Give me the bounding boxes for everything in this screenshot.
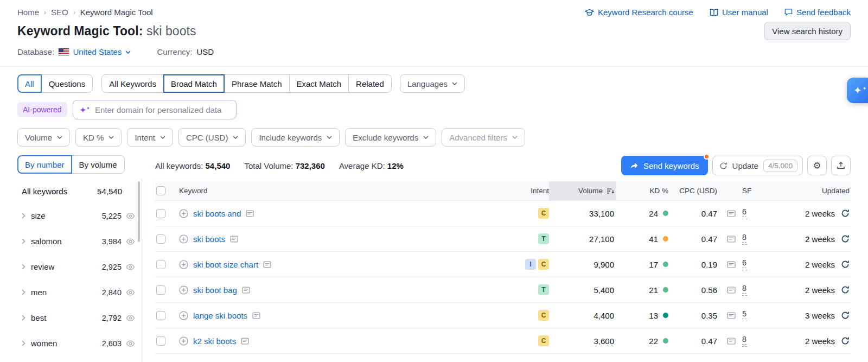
serp-preview-icon[interactable]	[241, 338, 249, 345]
row-checkbox[interactable]	[156, 285, 165, 295]
group-term[interactable]: size	[31, 211, 102, 220]
sf-column-header[interactable]: SF	[742, 187, 751, 195]
serp-preview-icon[interactable]	[230, 236, 238, 243]
refresh-icon[interactable]	[841, 260, 850, 269]
refresh-icon[interactable]	[841, 209, 850, 218]
plus-circle-icon[interactable]	[179, 336, 188, 346]
user-manual-link[interactable]: User manual	[710, 8, 768, 17]
sidebar-group-row[interactable]: review 2,925	[17, 254, 135, 280]
refresh-icon[interactable]	[841, 311, 850, 320]
sidebar-group-row[interactable]: best 2,792	[17, 305, 135, 331]
eye-icon[interactable]	[126, 289, 135, 296]
keyword-column-header[interactable]: Keyword	[179, 187, 208, 195]
view-search-history-button[interactable]: View search history	[764, 22, 851, 40]
tab-related[interactable]: Related	[348, 74, 392, 93]
sidebar-group-row[interactable]: women 2,603	[17, 331, 135, 356]
breadcrumb-seo[interactable]: SEO	[51, 8, 68, 17]
advanced-filters[interactable]: Advanced filters	[442, 128, 525, 147]
sidebar-all-keywords-row[interactable]: All keywords 54,540	[17, 179, 135, 203]
serp-preview-icon[interactable]	[252, 312, 260, 319]
cpc-filter[interactable]: CPC (USD)	[178, 128, 246, 147]
updated-column-header[interactable]: Updated	[822, 187, 850, 195]
send-feedback-link[interactable]: Send feedback	[784, 8, 851, 17]
serp-features-icon[interactable]	[727, 261, 736, 268]
volume-column-header[interactable]: Volume	[578, 187, 603, 195]
sidebar-group-row[interactable]: salomon 3,984	[17, 228, 135, 254]
group-term[interactable]: review	[31, 262, 102, 271]
keyword-research-course-link[interactable]: Keyword Research course	[585, 8, 693, 17]
export-button[interactable]	[831, 156, 851, 175]
keyword-link[interactable]: lange ski boots	[193, 311, 247, 320]
settings-button[interactable]: ⚙	[807, 156, 827, 175]
serp-features-icon[interactable]	[727, 287, 736, 294]
group-term[interactable]: best	[31, 313, 102, 322]
sf-count[interactable]: 6	[742, 258, 746, 268]
select-all-checkbox[interactable]	[156, 186, 165, 195]
eye-icon[interactable]	[126, 315, 135, 321]
intent-column-header[interactable]: Intent	[531, 187, 549, 195]
tab-all-keywords[interactable]: All Keywords	[101, 74, 164, 93]
tab-broad-match[interactable]: Broad Match	[163, 74, 225, 93]
serp-features-icon[interactable]	[727, 312, 736, 319]
serp-preview-icon[interactable]	[263, 261, 271, 268]
refresh-icon[interactable]	[841, 336, 850, 345]
tab-all[interactable]: All	[17, 74, 42, 93]
by-volume-toggle[interactable]: By volume	[72, 155, 125, 174]
eye-icon[interactable]	[126, 238, 135, 245]
by-number-toggle[interactable]: By number	[17, 155, 72, 174]
plus-circle-icon[interactable]	[179, 311, 188, 320]
breadcrumb-keyword-magic-tool[interactable]: Keyword Magic Tool	[80, 8, 153, 17]
include-keywords-filter[interactable]: Include keywords	[251, 128, 340, 147]
exclude-keywords-filter[interactable]: Exclude keywords	[345, 128, 436, 147]
group-term[interactable]: salomon	[31, 237, 102, 246]
plus-circle-icon[interactable]	[179, 209, 188, 218]
group-term[interactable]: men	[31, 288, 102, 297]
keyword-link[interactable]: ski boots	[193, 234, 225, 244]
database-selector[interactable]: United States	[59, 47, 131, 56]
keyword-link[interactable]: k2 ski boots	[193, 336, 236, 346]
row-checkbox[interactable]	[156, 336, 165, 346]
sf-count[interactable]: 8	[742, 284, 746, 294]
sf-count[interactable]: 8	[742, 335, 746, 345]
cpc-column-header[interactable]: CPC (USD)	[679, 187, 717, 195]
kd-filter[interactable]: KD %	[75, 128, 122, 147]
domain-input[interactable]: ✦✦ Enter domain for personalized data	[73, 100, 237, 119]
sort-descending-icon[interactable]	[607, 188, 614, 194]
serp-preview-icon[interactable]	[246, 210, 254, 217]
eye-icon[interactable]	[126, 264, 135, 270]
serp-preview-icon[interactable]	[242, 287, 250, 294]
volume-filter[interactable]: Volume	[17, 128, 70, 147]
group-term[interactable]: women	[31, 339, 102, 348]
plus-circle-icon[interactable]	[179, 260, 188, 269]
update-button[interactable]: Update 4/5,000	[712, 156, 803, 175]
serp-features-icon[interactable]	[727, 338, 736, 345]
breadcrumb-home[interactable]: Home	[17, 8, 39, 17]
serp-features-icon[interactable]	[727, 210, 736, 217]
eye-icon[interactable]	[126, 213, 135, 219]
serp-features-icon[interactable]	[727, 236, 736, 243]
keyword-link[interactable]: ski boot bag	[193, 285, 237, 295]
tab-phrase-match[interactable]: Phrase Match	[224, 74, 290, 93]
plus-circle-icon[interactable]	[179, 234, 188, 244]
sidebar-group-row[interactable]: size 5,225	[17, 203, 135, 228]
intent-filter[interactable]: Intent	[127, 128, 173, 147]
languages-dropdown[interactable]: Languages	[400, 74, 465, 93]
eye-icon[interactable]	[126, 340, 135, 347]
sf-count[interactable]: 5	[742, 309, 746, 319]
sidebar-scrollbar[interactable]	[138, 181, 140, 242]
plus-circle-icon[interactable]	[179, 285, 188, 295]
refresh-icon[interactable]	[841, 285, 850, 294]
tab-exact-match[interactable]: Exact Match	[289, 74, 349, 93]
send-keywords-button[interactable]: Send keywords	[621, 156, 708, 175]
keyword-link[interactable]: ski boots and	[193, 209, 241, 218]
row-checkbox[interactable]	[156, 311, 165, 320]
sidebar-group-row[interactable]: men 2,840	[17, 280, 135, 305]
kd-column-header[interactable]: KD %	[649, 187, 668, 195]
sf-count[interactable]: 8	[742, 233, 746, 243]
sf-count[interactable]: 6	[742, 207, 746, 217]
row-checkbox[interactable]	[156, 209, 165, 218]
tab-questions[interactable]: Questions	[41, 74, 93, 93]
ai-assistant-button[interactable]: ✦✦	[847, 78, 868, 103]
refresh-icon[interactable]	[841, 234, 850, 243]
row-checkbox[interactable]	[156, 260, 165, 269]
